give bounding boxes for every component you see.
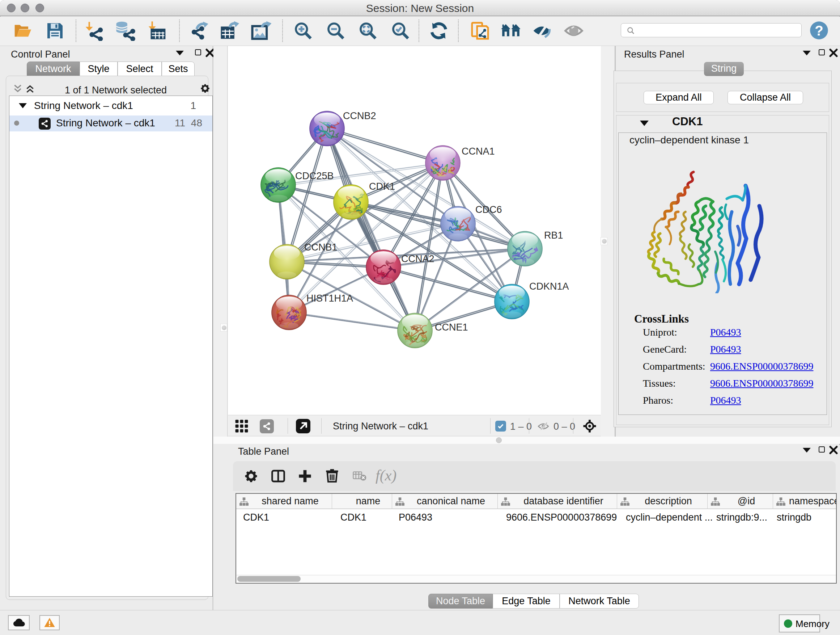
svg-text:CDC25B: CDC25B bbox=[295, 171, 334, 181]
svg-text:CCNB2: CCNB2 bbox=[343, 111, 376, 121]
svg-text:CDKN1A: CDKN1A bbox=[529, 281, 569, 292]
svg-text:RB1: RB1 bbox=[544, 230, 563, 241]
svg-text:CCNE1: CCNE1 bbox=[435, 322, 468, 333]
svg-text:?: ? bbox=[815, 23, 823, 38]
svg-text:CCNA2: CCNA2 bbox=[401, 253, 434, 264]
svg-text:HIST1H1A: HIST1H1A bbox=[306, 293, 353, 304]
svg-text:CDK1: CDK1 bbox=[369, 181, 395, 192]
svg-text:CCNA1: CCNA1 bbox=[462, 146, 495, 157]
svg-text:CDC6: CDC6 bbox=[475, 204, 502, 215]
svg-text:CCNB1: CCNB1 bbox=[304, 242, 338, 253]
